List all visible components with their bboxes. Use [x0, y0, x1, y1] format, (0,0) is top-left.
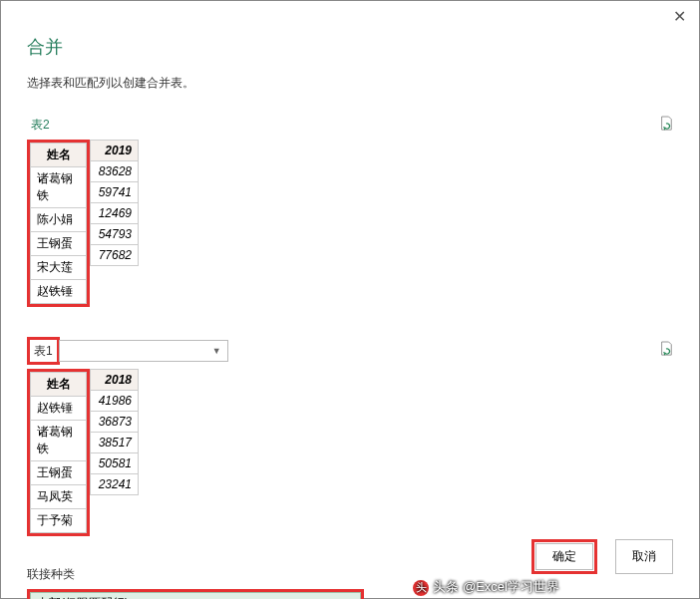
ok-button-highlight: 确定 [531, 539, 597, 574]
table2-col-header-year[interactable]: 2019 [91, 141, 139, 161]
table1-preview: 姓名 赵铁锤 诸葛钢铁 王钢蛋 马凤英 于予菊 2018 41986 36873… [27, 369, 673, 536]
refresh-icon[interactable] [659, 116, 673, 136]
table-row[interactable]: 36873 [91, 412, 139, 433]
dialog-title: 合并 [27, 35, 673, 59]
refresh-icon[interactable] [659, 341, 673, 361]
table-row[interactable]: 12469 [91, 203, 139, 224]
cancel-button[interactable]: 取消 [615, 539, 673, 574]
table1-name-column-highlight: 姓名 赵铁锤 诸葛钢铁 王钢蛋 马凤英 于予菊 [27, 369, 90, 536]
table-row[interactable]: 陈小娟 [31, 208, 87, 232]
join-type-highlight: 内部(仅限匹配行) ▼ [27, 589, 364, 599]
table1-label: 表1 [30, 340, 57, 362]
table1-col-header-year[interactable]: 2018 [91, 370, 139, 391]
dialog-buttons: 确定 取消 [531, 539, 673, 574]
table1-label-highlight: 表1 [27, 337, 60, 365]
table1-dropdown[interactable]: ▼ [59, 340, 228, 362]
join-type-value: 内部(仅限匹配行) [37, 595, 129, 600]
table-row[interactable]: 38517 [91, 433, 139, 453]
table1-col-header-name[interactable]: 姓名 [31, 373, 87, 397]
table-row[interactable]: 23241 [91, 474, 139, 495]
table2-preview: 姓名 诸葛钢铁 陈小娟 王钢蛋 宋大莲 赵铁锤 2019 83628 59741… [27, 140, 673, 307]
join-type-dropdown[interactable]: 内部(仅限匹配行) ▼ [30, 592, 361, 599]
table-row[interactable]: 诸葛钢铁 [31, 421, 87, 461]
merge-dialog: ✕ 合并 选择表和匹配列以创建合并表。 表2 姓名 诸葛钢铁 陈小娟 王钢蛋 宋… [0, 0, 700, 599]
table-row[interactable]: 王钢蛋 [31, 461, 87, 485]
table2-col-header-name[interactable]: 姓名 [31, 144, 87, 167]
table-row[interactable]: 王钢蛋 [31, 232, 87, 256]
table-row[interactable]: 54793 [91, 224, 139, 245]
table1-selector-row: 表1 ▼ [27, 337, 673, 365]
table-row[interactable]: 41986 [91, 391, 139, 412]
table2-name-column-highlight: 姓名 诸葛钢铁 陈小娟 王钢蛋 宋大莲 赵铁锤 [27, 140, 90, 307]
chevron-down-icon: ▼ [212, 346, 221, 356]
table-row[interactable]: 宋大莲 [31, 256, 87, 280]
table-row[interactable]: 59741 [91, 182, 139, 203]
table-row[interactable]: 赵铁锤 [31, 280, 87, 304]
table2-label: 表2 [27, 114, 54, 136]
table-row[interactable]: 50581 [91, 453, 139, 474]
ok-button[interactable]: 确定 [535, 543, 593, 570]
close-button[interactable]: ✕ [669, 7, 689, 26]
table-row[interactable]: 于予菊 [31, 509, 87, 533]
table-row[interactable]: 83628 [91, 161, 139, 182]
table2-header-row: 表2 [27, 114, 673, 136]
table-row[interactable]: 赵铁锤 [31, 397, 87, 421]
dialog-subtitle: 选择表和匹配列以创建合并表。 [27, 75, 673, 92]
table-row[interactable]: 77682 [91, 245, 139, 266]
table-row[interactable]: 诸葛钢铁 [31, 167, 87, 208]
dialog-content: 合并 选择表和匹配列以创建合并表。 表2 姓名 诸葛钢铁 陈小娟 王钢蛋 宋大莲… [1, 1, 699, 599]
table-row[interactable]: 马凤英 [31, 485, 87, 509]
